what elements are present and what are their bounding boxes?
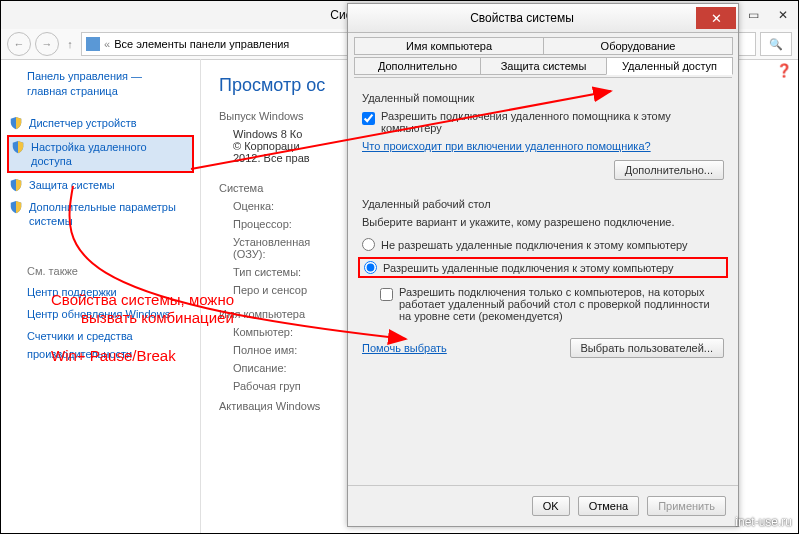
dialog-close-button[interactable]: ✕	[696, 7, 736, 29]
shield-icon	[9, 200, 23, 214]
ram-label: Установленная	[233, 236, 310, 248]
cancel-button[interactable]: Отмена	[578, 496, 639, 516]
dialog-titlebar[interactable]: Свойства системы ✕	[348, 4, 738, 33]
rdp-nla-label: Разрешить подключения только с компьютер…	[399, 286, 724, 322]
system-properties-dialog: Свойства системы ✕ Имя компьютера Оборуд…	[347, 3, 739, 527]
desc-label: Описание:	[233, 362, 343, 374]
tab-hardware[interactable]: Оборудование	[543, 37, 733, 55]
workgroup-label: Рабочая груп	[233, 380, 343, 392]
tab-computer-name[interactable]: Имя компьютера	[354, 37, 544, 55]
sidebar-item-remote-settings[interactable]: Настройка удаленного доступа	[7, 135, 194, 173]
sidebar-item-protection[interactable]: Защита системы	[7, 175, 194, 195]
rdp-option-allow[interactable]: Разрешить удаленные подключения к этому …	[358, 257, 728, 278]
dialog-footer: OK Отмена Применить	[348, 485, 738, 526]
fullname-label: Полное имя:	[233, 344, 343, 356]
ok-button[interactable]: OK	[532, 496, 570, 516]
tab-advanced[interactable]: Дополнительно	[354, 57, 481, 75]
computer-label: Компьютер:	[233, 326, 343, 338]
tab-protection[interactable]: Защита системы	[480, 57, 607, 75]
allow-remote-assistance-checkbox[interactable]	[362, 112, 375, 125]
breadcrumb-text: Все элементы панели управления	[114, 38, 289, 50]
link-action-center[interactable]: Центр поддержки	[27, 283, 200, 301]
cpu-label: Процессор:	[233, 218, 343, 230]
remote-desktop-group-label: Удаленный рабочий стол	[362, 198, 724, 210]
sidebar: Панель управления — главная страница Дис…	[1, 59, 201, 533]
control-panel-home-link[interactable]: Панель управления — главная страница	[27, 69, 200, 99]
pen-label: Перо и сенсор	[233, 284, 343, 296]
rdp-option-deny[interactable]: Не разрешать удаленные подключения к это…	[362, 238, 724, 251]
dialog-title: Свойства системы	[348, 11, 696, 25]
rdp-radio-deny[interactable]	[362, 238, 375, 251]
up-button[interactable]: ↑	[63, 33, 77, 55]
help-choose-link[interactable]: Помочь выбрать	[362, 342, 447, 354]
remote-desktop-text: Выберите вариант и укажите, кому разреше…	[362, 216, 724, 228]
shield-icon	[9, 178, 23, 192]
select-users-button[interactable]: Выбрать пользователей...	[570, 338, 725, 358]
remote-assistance-help-link[interactable]: Что происходит при включении удаленного …	[362, 140, 651, 152]
close-button[interactable]: ✕	[769, 4, 797, 26]
shield-icon	[9, 116, 23, 130]
rdp-nla-checkbox[interactable]	[380, 288, 393, 301]
back-button[interactable]: ←	[7, 32, 31, 56]
remote-assistance-group-label: Удаленный помощник	[362, 92, 724, 104]
maximize-button[interactable]: ▭	[739, 4, 767, 26]
sidebar-item-label: Дополнительные параметры системы	[29, 200, 188, 228]
link-windows-update[interactable]: Центр обновления Windows	[27, 305, 200, 323]
forward-button[interactable]: →	[35, 32, 59, 56]
control-panel-icon	[86, 37, 100, 51]
sidebar-item-label: Защита системы	[29, 178, 115, 192]
rating-label: Оценка:	[233, 200, 343, 212]
rdp-radio-allow[interactable]	[364, 261, 377, 274]
apply-button[interactable]: Применить	[647, 496, 726, 516]
allow-remote-assistance-label: Разрешить подключения удаленного помощни…	[381, 110, 724, 134]
tab-remote[interactable]: Удаленный доступ	[606, 57, 733, 75]
remote-assistance-advanced-button[interactable]: Дополнительно...	[614, 160, 724, 180]
sidebar-item-device-manager[interactable]: Диспетчер устройств	[7, 113, 194, 133]
link-perf-tools[interactable]: Счетчики и средства производительности	[27, 327, 200, 363]
sidebar-item-label: Диспетчер устройств	[29, 116, 137, 130]
sidebar-item-label: Настройка удаленного доступа	[31, 140, 186, 168]
see-also-label: См. также	[27, 265, 200, 277]
watermark: inet-use.ru	[735, 515, 792, 529]
shield-icon	[11, 140, 25, 154]
sidebar-item-advanced[interactable]: Дополнительные параметры системы	[7, 197, 194, 231]
search-input[interactable]: 🔍	[760, 32, 792, 56]
type-label: Тип системы:	[233, 266, 343, 278]
